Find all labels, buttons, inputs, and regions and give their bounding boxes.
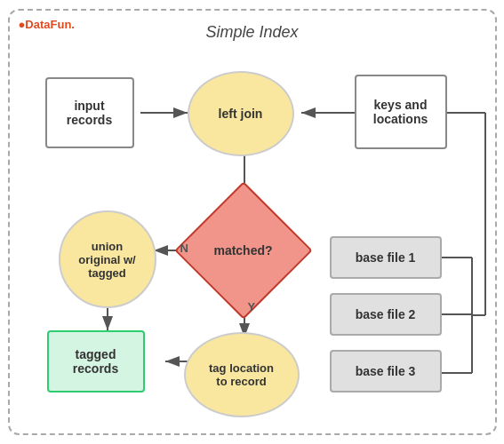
union-node: union original w/ tagged	[59, 210, 156, 308]
diagram-container: ●DataFun. Simple Index	[8, 9, 497, 435]
n-label: N	[180, 242, 188, 255]
input-records-node: input records	[45, 77, 134, 148]
diagram-title: Simple Index	[10, 23, 495, 42]
base-file-2-node: base file 2	[330, 293, 442, 336]
tag-location-node: tag location to record	[184, 332, 300, 417]
tagged-records-node: tagged records	[47, 330, 145, 392]
y-label: Y	[248, 300, 256, 313]
keys-locations-node: keys and locations	[355, 75, 447, 149]
base-file-3-node: base file 3	[330, 350, 442, 392]
left-join-node: left join	[188, 71, 294, 156]
base-file-1-node: base file 1	[330, 236, 442, 279]
